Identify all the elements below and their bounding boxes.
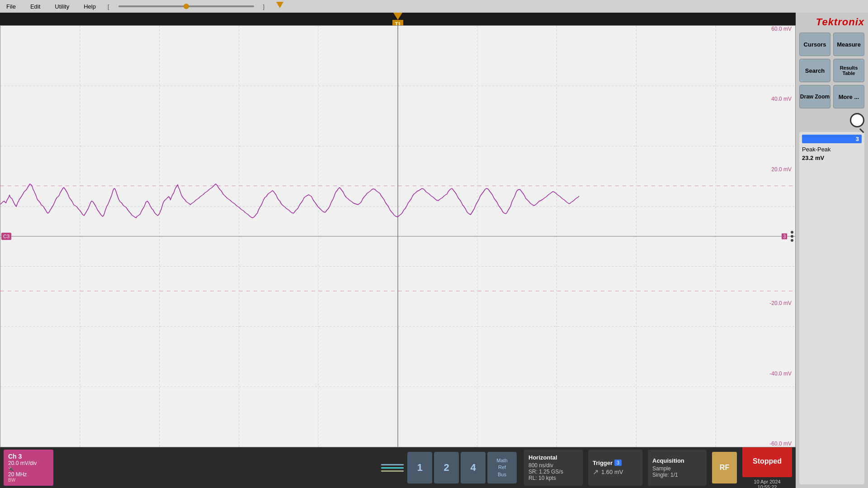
- horizontal-time-div: 800 ns/div: [528, 462, 578, 469]
- menu-bracket-open: [: [108, 3, 109, 10]
- math-label: Math: [496, 457, 507, 464]
- horizontal-position-marker: [184, 4, 189, 9]
- voltage-m20mv: -20.0 mV: [769, 300, 792, 306]
- ch4-line-indicator: [381, 470, 404, 472]
- ch2-line-indicator: [381, 467, 404, 469]
- ch3-right-marker: 3: [782, 234, 787, 239]
- trigger-position-indicator: [275, 2, 284, 11]
- status-bar: Ch 3 20.0 mV/div 🔌 20 MHz BW 1 2 4 Math …: [0, 447, 796, 488]
- acquisition-mode: Sample: [652, 465, 702, 472]
- menu-utility[interactable]: Utility: [52, 2, 72, 11]
- time-display: 10:55:22: [754, 484, 780, 488]
- voltage-40mv: 40.0 mV: [769, 96, 792, 102]
- cursors-measure-row: Cursors Measure: [799, 33, 864, 56]
- main-content: T1: [0, 13, 868, 488]
- peak-peak-label: Peak-Peak: [802, 145, 862, 154]
- trigger-title-row: Trigger 3: [593, 460, 638, 466]
- ch3-bw-icon: BW: [8, 478, 49, 483]
- results-table-button[interactable]: Results Table: [833, 59, 864, 82]
- trigger-down-arrow-icon: [393, 13, 402, 20]
- trigger-bar: T1: [0, 13, 796, 25]
- ch3-scale: 20.0 mV/div: [8, 460, 49, 466]
- ch3-title: Ch 3: [8, 453, 49, 460]
- ref-label: Ref: [498, 464, 506, 471]
- ch3-indicator-label: C3: [3, 234, 9, 239]
- acquisition-count: Single: 1/1: [652, 472, 702, 478]
- horizontal-sample-rate: SR: 1.25 GS/s: [528, 469, 578, 475]
- trigger-level-row: ↗ 1.60 mV: [593, 468, 638, 476]
- trigger-arrow-symbol: ↗: [593, 468, 599, 476]
- measure-button[interactable]: Measure: [833, 33, 864, 56]
- horizontal-position-bar[interactable]: [118, 5, 254, 7]
- ch1-button[interactable]: 1: [407, 452, 432, 483]
- math-ref-bus-button[interactable]: Math Ref Bus: [487, 452, 517, 483]
- draw-zoom-button[interactable]: Draw Zoom: [799, 85, 830, 108]
- more-button[interactable]: More ...: [833, 85, 864, 108]
- horizontal-title: Horizontal: [528, 454, 578, 461]
- menu-bar: File Edit Utility Help [ ]: [0, 0, 868, 13]
- channel-line-indicators: [381, 464, 404, 472]
- ch3-probe-icon: 🔌: [8, 466, 49, 471]
- voltage-labels: 60.0 mV 40.0 mV 20.0 mV -20.0 mV -40.0 m…: [769, 26, 792, 447]
- voltage-60mv: 60.0 mV: [769, 26, 792, 32]
- ch4-button[interactable]: 4: [461, 452, 486, 483]
- measurement-panel: 3 Peak-Peak 23.2 mV: [799, 132, 864, 484]
- stopped-button[interactable]: Stopped: [742, 446, 792, 477]
- datetime-display: 10 Apr 2024 10:55:22: [754, 479, 780, 488]
- magnifier-icon[interactable]: [850, 113, 864, 127]
- bus-label: Bus: [498, 471, 506, 478]
- dot2: [791, 235, 793, 238]
- grid-svg: [0, 26, 795, 447]
- dot3: [791, 239, 793, 242]
- trigger-badge: 3: [614, 460, 622, 466]
- tektronix-header: Tektronix: [799, 16, 864, 28]
- menu-bracket-close: ]: [263, 3, 265, 10]
- rf-button[interactable]: RF: [712, 452, 737, 483]
- waveform-options-dots[interactable]: [791, 231, 793, 242]
- draw-zoom-more-row: Draw Zoom More ...: [799, 85, 864, 108]
- tektronix-logo-text: Tektronix: [816, 16, 864, 28]
- trigger-title: Trigger: [593, 460, 613, 466]
- peak-peak-value: 23.2 mV: [802, 154, 862, 162]
- ch3-indicator: C3: [1, 233, 11, 240]
- cursors-button[interactable]: Cursors: [799, 33, 830, 56]
- menu-help[interactable]: Help: [81, 2, 99, 11]
- ch3-freq: 20 MHz: [8, 471, 49, 478]
- dot1: [791, 231, 793, 234]
- search-icon-area: [799, 111, 864, 129]
- scope-area: T1: [0, 13, 796, 488]
- ch2-button[interactable]: 2: [434, 452, 459, 483]
- horizontal-info-box[interactable]: Horizontal 800 ns/div SR: 1.25 GS/s RL: …: [524, 450, 583, 486]
- trigger-level: 1.60 mV: [601, 469, 623, 475]
- ch3-info-box[interactable]: Ch 3 20.0 mV/div 🔌 20 MHz BW: [4, 450, 53, 486]
- voltage-m60mv: -60.0 mV: [769, 441, 792, 447]
- horizontal-record-length: RL: 10 kpts: [528, 475, 578, 481]
- search-results-row: Search Results Table: [799, 59, 864, 82]
- trigger-info-box[interactable]: Trigger 3 ↗ 1.60 mV: [588, 450, 642, 486]
- waveform-display[interactable]: C3 60.0 mV 40.0 mV 20.0 mV -20.0 mV -40.…: [0, 25, 796, 447]
- ch1-line-indicator: [381, 464, 404, 465]
- trigger-bar-inner: T1: [0, 13, 796, 25]
- date-display: 10 Apr 2024: [754, 479, 780, 484]
- voltage-20mv: 20.0 mV: [769, 166, 792, 173]
- voltage-m40mv: -40.0 mV: [769, 371, 792, 377]
- menu-file[interactable]: File: [4, 2, 19, 11]
- right-panel: Tektronix Cursors Measure Search Results…: [796, 13, 868, 488]
- trigger-arrow-icon: [276, 2, 283, 8]
- search-button[interactable]: Search: [799, 59, 830, 82]
- acquisition-title: Acquisition: [652, 457, 702, 464]
- menu-edit[interactable]: Edit: [28, 2, 43, 11]
- acquisition-info-box[interactable]: Acquisition Sample Single: 1/1: [648, 450, 707, 486]
- measurement-badge: 3: [802, 135, 862, 143]
- stopped-section: Stopped 10 Apr 2024 10:55:22: [742, 446, 792, 488]
